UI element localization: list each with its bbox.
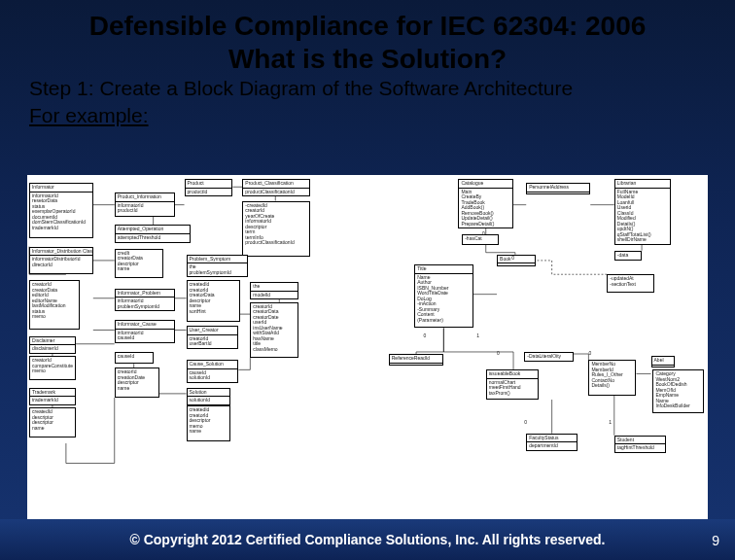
- uml-box-body: creatorId creatorData editorId editorNam…: [30, 281, 79, 321]
- page-number: 9: [712, 533, 719, 548]
- uml-box-body: -data: [615, 252, 641, 260]
- uml-box-header: Librarian: [615, 180, 670, 189]
- uml-box-informator_distribution_classification: Informator_Distribution Classificationin…: [29, 247, 93, 275]
- uml-box-body: tagHintThreshold: [615, 444, 665, 452]
- uml-box-header: Product_Classification: [243, 180, 309, 189]
- uml-box-product_information: Product_InformationinformatorId productI…: [115, 192, 175, 217]
- uml-box-the_model: themodelId: [250, 282, 298, 299]
- uml-box-abel: Abel: [651, 356, 676, 368]
- uml-box-body: informatorId problemSymptomId: [116, 298, 174, 310]
- uml-box-body: informatorDistributorId directorId: [30, 256, 92, 268]
- uml-box-issueablebook: issueableBooknormalChart meetFirstHand t…: [486, 369, 540, 400]
- uml-box-body: creatorId creationDate descriptor name: [116, 368, 158, 392]
- uml-box-disclaimer_detail: creatorId compareConstitute memo: [29, 356, 76, 380]
- uml-box-cause_detail: creatorId creationDate descriptor name: [115, 368, 159, 398]
- uml-box-body: createdId creatorId descriptor memo name: [188, 406, 230, 436]
- uml-box-body: solutionId: [188, 397, 230, 404]
- uml-box-solution: SolutionsolutionId: [187, 388, 231, 405]
- step-text: Step 1: Create a Block Diagram of the So…: [0, 75, 735, 100]
- uml-box-header: User_Creator: [188, 327, 238, 335]
- uml-box-body: normalChart meetFirstHand taxProm(): [487, 379, 539, 398]
- uml-box-body: createdId descriptor descriptor name: [30, 408, 75, 432]
- uml-box-body: Category WestNom2 BookOfDedish MemOfId E…: [653, 370, 703, 410]
- uml-box-header: Informator_Distribution Classification: [30, 248, 92, 257]
- uml-box-user_creator: User_CreatorcreatorId userBartId: [187, 326, 239, 349]
- uml-box-cause_solution: Cause_SolutioncauseId solutionId: [187, 360, 239, 383]
- footer-text: © Copyright 2012 Certified Compliance So…: [129, 532, 605, 548]
- diagram-left: InformatorinformatorId resetorData statu…: [27, 175, 367, 533]
- uml-box-body: MemberNo MemberId Rules_I_Other ContactN…: [589, 361, 635, 390]
- uml-box-caregory: Category WestNom2 BookOfDedish MemOfId E…: [652, 369, 704, 413]
- uml-box-body: attemptedThreshold: [116, 234, 190, 242]
- uml-box-updtd: -updatedAt -sectionText: [607, 274, 654, 292]
- uml-box-trademark_detail: createdId descriptor descriptor name: [29, 407, 76, 438]
- uml-box-body: FullName ModelId Loanfull Userid ClassId…: [615, 189, 670, 244]
- uml-box-hascat: -hasCat: [462, 234, 499, 244]
- uml-box-solution_detail: createdId creatorId descriptor memo name: [187, 405, 231, 441]
- diagram-label: 0: [524, 419, 527, 425]
- uml-box-informator_cause: Informator_CauseinformatorId causeId: [115, 320, 175, 343]
- uml-box-header: Disclaimer: [30, 337, 75, 346]
- uml-box-header: Solution: [188, 389, 230, 398]
- uml-box-product_classification: Product_ClassificationproductClassificat…: [242, 179, 310, 196]
- uml-box-header: Attempted_Operation: [116, 226, 190, 234]
- uml-box-body: departmentId: [527, 442, 577, 450]
- uml-box-product: ProductproductId: [185, 179, 233, 196]
- uml-box-body: productClassificationId: [243, 189, 309, 196]
- diagram-label: 0: [588, 350, 591, 356]
- uml-box-body: Main CreateBy TradeBook AddBook() Remove…: [459, 189, 512, 228]
- uml-box-body: createdId creatorId creatorData descript…: [188, 281, 240, 315]
- uml-box-header: the: [251, 283, 298, 292]
- uml-box-header: Informator_Cause: [116, 321, 174, 330]
- uml-box-informator: InformatorinformatorId resetorData statu…: [29, 183, 93, 238]
- diagram-label: 1: [609, 419, 612, 425]
- uml-box-header: issueableBook: [487, 370, 539, 379]
- diagram-label: 0: [511, 255, 514, 261]
- uml-box-catalogue: CatalogueMain CreateBy TradeBook AddBook…: [458, 179, 513, 228]
- uml-box-student: StudenttagHintThreshold: [614, 436, 666, 453]
- uml-box-dataliteraloity: -DataLiteralOity: [524, 352, 574, 362]
- uml-box-facultystatus: FacultyStatusdepartmentId: [526, 434, 578, 451]
- uml-box-referencereadid: ReferenceReadId: [389, 354, 444, 366]
- uml-box-body: causeId solutionId: [188, 369, 238, 382]
- uml-box-body: causeId: [116, 353, 153, 361]
- uml-box-body: credIt creatorData descriptor name: [116, 250, 162, 273]
- uml-box-attempted_operation: Attempted_OperationattemptedThreshold: [115, 225, 191, 242]
- uml-box-body: -hasCat: [463, 235, 498, 243]
- uml-box-body: -updatedAt -sectionText: [608, 275, 653, 288]
- uml-box-cause: causeId: [115, 352, 154, 364]
- uml-box-body: Name Author ISBN_Number WordTitleDate Do…: [415, 274, 472, 325]
- uml-box-header: Product: [186, 180, 232, 189]
- uml-box-header: Title: [415, 265, 472, 274]
- diagram-label: 0: [482, 230, 485, 236]
- uml-box-body: -createdId creatorId yearOfCreate inform…: [243, 202, 309, 247]
- uml-box-body: trademarkId: [30, 397, 75, 404]
- uml-box-book: Book: [497, 255, 536, 266]
- uml-box-body: informatorId causeId: [116, 330, 174, 342]
- uml-box-personnel_address: PersonnelAddress: [526, 183, 590, 194]
- uml-box-informator_problem: Informator_ProbleminformatorId problemSy…: [115, 289, 175, 312]
- uml-box-trademark: TrademarktrademarkId: [29, 388, 76, 405]
- diagram-label: 0: [424, 332, 427, 338]
- uml-box-body: modelId: [251, 292, 298, 299]
- uml-box-librarian: LibrarianFullName ModelId Loanfull Useri…: [614, 179, 671, 245]
- uml-box-title_box: TitleName Author ISBN_Number WordTitleDa…: [414, 264, 472, 328]
- uml-box-body: creatorId creatorData creatorDate userId…: [251, 303, 298, 354]
- uml-box-body: creatorId userBartId: [188, 335, 238, 348]
- uml-box-header: Student: [615, 437, 665, 445]
- uml-box-body: disclaimerId: [30, 345, 75, 353]
- uml-box-header: Informator: [30, 184, 92, 192]
- uml-box-header: Catalogue: [459, 180, 512, 189]
- footer-bar: © Copyright 2012 Certified Compliance So…: [0, 519, 735, 560]
- uml-box-distribution_details: creatorId creatorData editorId editorNam…: [29, 280, 80, 330]
- uml-box-header: ReferenceReadId: [390, 355, 443, 364]
- uml-box-body: the problemSymptomId: [188, 263, 248, 276]
- uml-box-body: -DataLiteralOity: [525, 353, 573, 361]
- diagram-area: InformatorinformatorId resetorData statu…: [27, 175, 708, 533]
- uml-box-header: Book: [498, 256, 535, 264]
- uml-box-header: Trademark: [30, 389, 75, 398]
- uml-box-dash: -data: [614, 251, 642, 261]
- example-label: For example:: [0, 100, 735, 127]
- diagram-right: CatalogueMain CreateBy TradeBook AddBook…: [368, 175, 708, 533]
- uml-box-constitution: -createdId creatorId yearOfCreate inform…: [242, 201, 310, 257]
